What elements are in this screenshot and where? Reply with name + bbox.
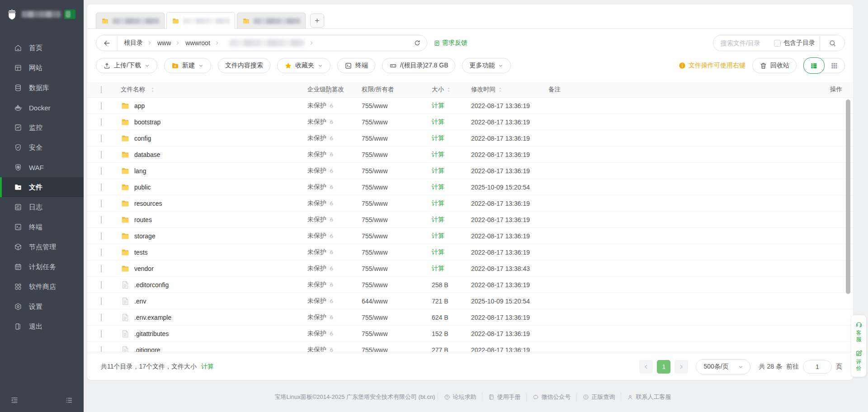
table-row[interactable]: vendor 未保护 755/www 计算 2022-08-17 13:38:4…	[87, 260, 853, 277]
file-size[interactable]: 计算	[432, 265, 471, 273]
sort-icon[interactable]	[150, 87, 156, 93]
header-size[interactable]: 大小	[432, 85, 444, 94]
row-checkbox[interactable]	[101, 183, 102, 191]
directory-tab[interactable]	[237, 13, 306, 28]
file-name[interactable]: .env.example	[134, 314, 171, 321]
sidebar-item[interactable]: 监控	[0, 118, 84, 137]
menu-list-icon[interactable]	[65, 396, 73, 404]
file-name[interactable]: config	[134, 135, 151, 142]
floating-action[interactable]: 客服	[855, 321, 863, 342]
file-size[interactable]: 258 B	[432, 281, 471, 289]
table-row[interactable]: .gitattributes 未保护 755/www 152 B 2022-08…	[87, 326, 853, 342]
row-checkbox[interactable]	[101, 346, 102, 352]
search-button[interactable]	[820, 35, 844, 51]
back-button[interactable]	[96, 35, 118, 51]
file-name[interactable]: storage	[134, 232, 156, 240]
feedback-link[interactable]: 需求反馈	[434, 39, 467, 47]
table-row[interactable]: app 未保护 755/www 计算 2022-08-17 13:36:19	[87, 98, 853, 114]
file-size[interactable]: 计算	[432, 167, 471, 175]
sidebar-item[interactable]: 数据库	[0, 78, 84, 98]
table-row[interactable]: lang 未保护 755/www 计算 2022-08-17 13:36:19	[87, 163, 853, 179]
row-checkbox[interactable]	[101, 102, 102, 110]
directory-tab[interactable]	[96, 13, 165, 28]
list-view-button[interactable]	[803, 57, 825, 74]
breadcrumb-segment[interactable]	[225, 39, 314, 47]
table-row[interactable]: bootstrap 未保护 755/www 计算 2022-08-17 13:3…	[87, 114, 853, 130]
file-size[interactable]: 计算	[432, 183, 471, 191]
toolbar-button[interactable]: /(根目录)27.8 GB	[382, 58, 456, 73]
row-checkbox[interactable]	[101, 167, 102, 175]
sidebar-item[interactable]: 终端	[0, 217, 84, 237]
file-size[interactable]: 计算	[432, 134, 471, 142]
toolbar-button[interactable]: 终端	[337, 58, 375, 73]
toolbar-button[interactable]: 新建	[164, 58, 211, 73]
refresh-button[interactable]	[408, 35, 427, 51]
footer-link[interactable]: 论坛求助	[438, 393, 482, 401]
sidebar-item[interactable]: 安全	[0, 137, 84, 157]
sidebar-item[interactable]: Docker	[0, 98, 84, 118]
file-size[interactable]: 计算	[432, 151, 471, 159]
file-name[interactable]: tests	[134, 249, 148, 256]
toolbar-button[interactable]: 上传/下载	[96, 58, 157, 73]
next-page-button[interactable]	[675, 360, 688, 374]
sidebar-item[interactable]: 首页	[0, 38, 84, 58]
breadcrumb-segment[interactable]: wwwroot	[185, 39, 219, 47]
file-name[interactable]: .editorconfig	[134, 281, 169, 289]
app-logo[interactable]	[0, 0, 84, 28]
sidebar-item[interactable]: 退出	[0, 317, 84, 336]
directory-tab[interactable]	[166, 12, 235, 29]
table-row[interactable]: .gitignore 未保护 755/www 277 B 2022-08-17 …	[87, 342, 853, 352]
file-size[interactable]: 计算	[432, 216, 471, 224]
sidebar-item[interactable]: 软件商店	[0, 277, 84, 297]
breadcrumb-segment[interactable]: www	[157, 39, 180, 47]
file-size[interactable]: 721 B	[432, 298, 471, 305]
table-row[interactable]: database 未保护 755/www 计算 2022-08-17 13:36…	[87, 147, 853, 163]
add-tab-button[interactable]	[310, 14, 324, 28]
sidebar-item[interactable]: WAF	[0, 157, 84, 177]
file-name[interactable]: app	[134, 102, 145, 109]
file-size[interactable]: 计算	[432, 118, 471, 126]
file-size[interactable]: 计算	[432, 232, 471, 240]
table-row[interactable]: routes 未保护 755/www 计算 2022-08-17 13:36:1…	[87, 212, 853, 228]
footer-link[interactable]: 正版查询	[576, 393, 621, 401]
table-scrollbar[interactable]	[846, 99, 850, 294]
footer-link[interactable]: 使用手册	[482, 393, 526, 401]
file-name[interactable]: lang	[134, 167, 146, 175]
grid-view-button[interactable]	[824, 58, 844, 73]
file-name[interactable]: bootstrap	[134, 118, 160, 126]
table-row[interactable]: .editorconfig 未保护 755/www 258 B 2022-08-…	[87, 277, 853, 293]
page-number-button[interactable]: 1	[657, 360, 670, 374]
toolbar-button[interactable]: 收藏夹	[277, 58, 330, 73]
table-row[interactable]: .env 未保护 644/www 721 B 2025-10-09 15:20:…	[87, 293, 853, 309]
recycle-bin-button[interactable]: 回收站	[752, 58, 797, 73]
sidebar-item[interactable]: 设置	[0, 297, 84, 317]
table-row[interactable]: public 未保护 755/www 计算 2025-10-09 15:20:5…	[87, 179, 853, 195]
search-input[interactable]	[713, 39, 774, 47]
file-size[interactable]: 计算	[432, 199, 471, 208]
page-size-select[interactable]: 500条/页	[696, 359, 750, 374]
row-checkbox[interactable]	[101, 281, 102, 289]
include-subdir-checkbox[interactable]	[774, 40, 781, 47]
select-all-checkbox[interactable]	[101, 86, 102, 94]
sidebar-item[interactable]: 节点管理	[0, 237, 84, 257]
row-checkbox[interactable]	[101, 313, 102, 322]
file-size[interactable]: 计算	[432, 102, 471, 110]
sort-icon[interactable]	[497, 87, 503, 93]
prev-page-button[interactable]	[639, 360, 653, 374]
file-name[interactable]: public	[134, 184, 151, 191]
toolbar-button[interactable]: 更多功能	[462, 58, 511, 73]
sidebar-item[interactable]: 网站	[0, 58, 84, 78]
row-checkbox[interactable]	[101, 297, 102, 305]
file-name[interactable]: vendor	[134, 265, 154, 272]
table-row[interactable]: tests 未保护 755/www 计算 2022-08-17 13:36:19	[87, 244, 853, 260]
goto-page-input[interactable]	[803, 360, 832, 374]
row-checkbox[interactable]	[101, 330, 102, 338]
collapse-sidebar-icon[interactable]	[10, 396, 19, 404]
floating-action[interactable]: 评价	[855, 350, 863, 371]
table-row[interactable]: resources 未保护 755/www 计算 2022-08-17 13:3…	[87, 195, 853, 212]
breadcrumb-segment[interactable]: 根目录	[124, 39, 152, 47]
row-checkbox[interactable]	[101, 248, 102, 256]
toolbar-button[interactable]: 文件内容搜索	[218, 58, 270, 73]
file-name[interactable]: .env	[134, 298, 146, 305]
sidebar-item[interactable]: 计划任务	[0, 257, 84, 277]
